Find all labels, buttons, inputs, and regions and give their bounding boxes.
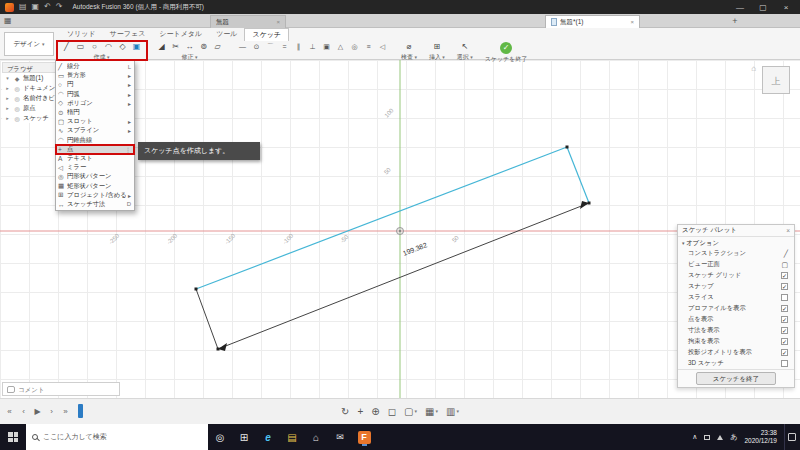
volume-icon[interactable] bbox=[717, 435, 723, 440]
sketch-tool-icon[interactable]: ◇ bbox=[116, 42, 129, 52]
menu-item[interactable]: ⊞ プロジェクト/含める bbox=[56, 191, 134, 200]
constraint-icon[interactable]: ◎ bbox=[348, 42, 361, 52]
fusion-app-icon[interactable]: F bbox=[352, 424, 376, 450]
network-icon[interactable] bbox=[704, 435, 710, 440]
menu-item[interactable]: ○ 円 bbox=[56, 80, 134, 89]
close-button[interactable]: × bbox=[777, 3, 795, 12]
maximize-button[interactable]: ▢ bbox=[754, 3, 772, 12]
sketch-tool-icon[interactable]: ○ bbox=[88, 42, 101, 52]
menu-item[interactable]: ╱ 線分 L bbox=[56, 62, 134, 71]
edge-icon[interactable]: e bbox=[256, 424, 280, 450]
comment-box[interactable] bbox=[2, 382, 120, 396]
viewcube[interactable]: 上 bbox=[762, 66, 790, 94]
sketch-tool-icon[interactable]: ╱ bbox=[60, 42, 73, 52]
menu-item[interactable]: ▦ 矩形状パターン bbox=[56, 181, 134, 190]
menu-item[interactable]: ∿ スプライン bbox=[56, 126, 134, 135]
palette-option-row[interactable]: スナップ bbox=[678, 281, 794, 292]
document-tab[interactable]: 無題 × bbox=[210, 15, 286, 28]
expander-icon[interactable]: ▾ bbox=[4, 75, 11, 81]
expander-icon[interactable]: ▸ bbox=[4, 115, 11, 121]
sketch-tool-icon[interactable]: ▣ bbox=[130, 42, 143, 52]
timeline-go-start-icon[interactable]: « bbox=[5, 407, 14, 416]
save-icon[interactable]: ▣ bbox=[32, 0, 40, 14]
dimension-label[interactable]: 199.382 bbox=[402, 241, 428, 257]
expander-icon[interactable]: ▸ bbox=[4, 95, 11, 101]
pan-icon[interactable]: + bbox=[357, 404, 363, 420]
inspect-dropdown-button[interactable]: 検査 bbox=[401, 53, 417, 62]
timeline-play-icon[interactable]: ▶ bbox=[33, 407, 42, 416]
timeline-marker[interactable] bbox=[78, 404, 83, 418]
minimize-button[interactable]: — bbox=[731, 3, 749, 12]
create-dropdown-button[interactable]: 作成 bbox=[94, 53, 110, 62]
ribbon-tab[interactable]: ツール bbox=[209, 28, 244, 41]
palette-option-row[interactable]: スライス bbox=[678, 292, 794, 303]
select-icon[interactable]: ↖ bbox=[458, 42, 471, 52]
menu-item[interactable]: A テキスト bbox=[56, 154, 134, 163]
constraint-icon[interactable]: ⊥ bbox=[306, 42, 319, 52]
menu-item[interactable]: ⊙ 楕円 bbox=[56, 108, 134, 117]
timeline-step-forward-icon[interactable]: › bbox=[47, 407, 56, 416]
modify-tool-icon[interactable]: ◢ bbox=[155, 42, 168, 52]
palette-option-row[interactable]: ビュー正面 ▢ bbox=[678, 259, 794, 270]
visibility-icon[interactable]: ◎ bbox=[13, 85, 21, 92]
sketch-tool-icon[interactable]: ▭ bbox=[74, 42, 87, 52]
menu-item[interactable]: ↔ スケッチ寸法 D bbox=[56, 200, 134, 209]
undo-icon[interactable]: ↶ bbox=[44, 0, 51, 14]
finish-sketch-button[interactable]: ✓ スケッチを終了 bbox=[485, 42, 528, 64]
ribbon-tab[interactable]: スケッチ bbox=[244, 28, 289, 41]
modify-tool-icon[interactable]: ▱ bbox=[211, 42, 224, 52]
start-button[interactable] bbox=[0, 424, 26, 450]
comment-input[interactable] bbox=[18, 386, 110, 393]
new-tab-button[interactable]: + bbox=[728, 15, 742, 28]
palette-option-checkbox[interactable] bbox=[781, 327, 788, 334]
visibility-icon[interactable]: ◎ bbox=[13, 95, 21, 102]
palette-close-icon[interactable]: × bbox=[786, 227, 790, 234]
constraint-icon[interactable]: ≡ bbox=[362, 42, 375, 52]
palette-option-row[interactable]: 3D スケッチ bbox=[678, 358, 794, 369]
constraint-icon[interactable]: — bbox=[236, 42, 249, 52]
select-dropdown-button[interactable]: 選択 bbox=[457, 53, 473, 62]
app-menu-icon[interactable]: ▤ bbox=[19, 0, 27, 14]
expander-icon[interactable]: ▸ bbox=[4, 105, 11, 111]
palette-option-icon[interactable]: ▢ bbox=[781, 261, 788, 269]
palette-option-checkbox[interactable] bbox=[781, 272, 788, 279]
palette-option-checkbox[interactable] bbox=[781, 283, 788, 290]
ribbon-tab[interactable]: シートメタル bbox=[152, 28, 209, 41]
sketch-tool-icon[interactable]: ◠ bbox=[102, 42, 115, 52]
taskbar-search[interactable]: ここに入力して検索 bbox=[26, 424, 208, 450]
display-settings-icon[interactable]: ▢ bbox=[404, 403, 417, 420]
home-view-icon[interactable]: ⌂ bbox=[751, 64, 756, 73]
zoom-icon[interactable]: ⊕ bbox=[371, 404, 379, 420]
menu-item[interactable]: ◇ ポリゴン bbox=[56, 99, 134, 108]
palette-option-row[interactable]: 点を表示 bbox=[678, 314, 794, 325]
visibility-icon[interactable]: ◎ bbox=[13, 105, 21, 112]
palette-option-checkbox[interactable] bbox=[781, 349, 788, 356]
document-tab-active[interactable]: 無題*(1) × bbox=[545, 15, 640, 28]
menu-item[interactable]: ◎ 円形状パターン bbox=[56, 172, 134, 181]
visibility-icon[interactable]: ◆ bbox=[13, 75, 21, 82]
modify-tool-icon[interactable]: ↔ bbox=[183, 42, 196, 52]
palette-option-row[interactable]: コンストラクション ╱ bbox=[678, 248, 794, 259]
palette-option-checkbox[interactable] bbox=[781, 294, 788, 301]
menu-item[interactable]: ◠ 円錐曲線 bbox=[56, 136, 134, 145]
cortana-icon[interactable]: ◎ bbox=[208, 424, 232, 450]
palette-option-checkbox[interactable] bbox=[781, 305, 788, 312]
tab-close-icon[interactable]: × bbox=[630, 19, 634, 25]
timeline-step-back-icon[interactable]: ‹ bbox=[19, 407, 28, 416]
grid-snap-icon[interactable]: ▦ bbox=[425, 403, 438, 420]
menu-item[interactable]: + 点 ⋮ bbox=[56, 145, 134, 154]
tray-chevron-icon[interactable]: ∧ bbox=[692, 433, 697, 441]
modify-tool-icon[interactable]: ✂ bbox=[169, 42, 182, 52]
fit-icon[interactable]: ◻ bbox=[388, 404, 396, 420]
orbit-icon[interactable]: ↻ bbox=[341, 404, 349, 420]
palette-option-row[interactable]: プロファイルを表示 bbox=[678, 303, 794, 314]
store-icon[interactable]: ⌂ bbox=[304, 424, 328, 450]
constraint-icon[interactable]: ∥ bbox=[292, 42, 305, 52]
palette-section-options[interactable]: オプション bbox=[678, 237, 794, 248]
palette-option-row[interactable]: スケッチ グリッド bbox=[678, 270, 794, 281]
constraint-icon[interactable]: ▣ bbox=[320, 42, 333, 52]
constraint-icon[interactable]: ◁ bbox=[376, 42, 389, 52]
menu-item[interactable]: ◠ 円弧 bbox=[56, 90, 134, 99]
expander-icon[interactable]: ▸ bbox=[4, 85, 11, 91]
taskbar-clock[interactable]: 23:38 2020/12/19 bbox=[744, 429, 777, 445]
